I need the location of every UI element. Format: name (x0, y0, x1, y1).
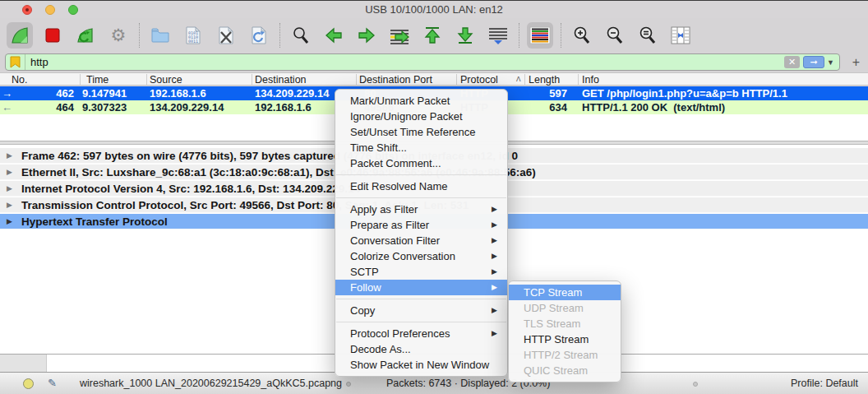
column-divider (524, 74, 525, 85)
bytes-pane-tab[interactable] (0, 355, 47, 372)
menu-item-mark-packet[interactable]: Mark/Unmark Packet (335, 93, 507, 109)
filter-clear-button[interactable]: ✕ (784, 56, 800, 68)
menu-item-conversation-filter[interactable]: Conversation Filter▶ (335, 233, 507, 248)
menu-item-prepare-as-filter[interactable]: Prepare as Filter▶ (335, 217, 507, 233)
zoom-out-button[interactable] (602, 22, 628, 49)
packet-source: 192.168.1.6 (150, 86, 206, 100)
menu-item-follow[interactable]: Follow▶ (335, 280, 507, 295)
submenu-arrow-icon: ▶ (492, 217, 497, 233)
menu-item-colorize-conversation[interactable]: Colorize Conversation▶ (335, 248, 507, 264)
first-packet-button[interactable] (419, 22, 446, 49)
column-header-length[interactable]: Length (529, 74, 560, 86)
packet-no: 462 (0, 86, 74, 100)
reload-document-icon (250, 25, 268, 45)
menu-separator (336, 197, 506, 198)
filter-dropdown-caret-icon[interactable]: ▼ (827, 58, 834, 67)
save-file-button[interactable]: 010101100011 (180, 22, 206, 49)
green-left-arrow-icon (324, 25, 344, 45)
open-file-button[interactable] (147, 22, 173, 49)
folder-icon (150, 25, 170, 45)
column-header-info[interactable]: Info (582, 74, 599, 86)
svg-text:0011: 0011 (188, 39, 198, 44)
expert-info-icon[interactable] (23, 378, 34, 389)
column-divider (578, 74, 579, 85)
menu-item-protocol-preferences[interactable]: Protocol Preferences▶ (335, 326, 507, 341)
submenu-arrow-icon: ▶ (492, 202, 497, 217)
menu-item-decode-as[interactable]: Decode As... (335, 341, 507, 357)
restart-fin-icon (76, 25, 95, 45)
menu-separator (336, 174, 506, 175)
packet-info: HTTP/1.1 200 OK (text/html) (582, 100, 725, 114)
filter-add-button[interactable]: + (852, 55, 860, 70)
capture-filename: wireshark_1000 LAN_20200629215429_aQkKC5… (80, 378, 342, 389)
restart-capture-button[interactable] (72, 22, 99, 49)
green-down-arrow-icon (455, 25, 475, 45)
expander-icon[interactable]: ▶ (7, 214, 12, 229)
column-divider (252, 74, 252, 85)
capture-comment-icon[interactable]: ✎ (48, 377, 61, 390)
next-packet-button[interactable] (353, 22, 380, 49)
submenu-item-tcp-stream[interactable]: TCP Stream (509, 285, 621, 300)
stop-icon (43, 25, 62, 45)
menu-item-packet-comment[interactable]: Packet Comment... (335, 155, 507, 171)
column-divider (146, 74, 147, 85)
submenu-item-http-stream[interactable]: HTTP Stream (509, 331, 621, 347)
column-divider (456, 74, 457, 85)
colorize-lines-icon (529, 25, 551, 45)
expander-icon[interactable]: ▶ (7, 197, 12, 213)
column-divider (80, 74, 81, 85)
close-file-button[interactable] (213, 22, 239, 49)
reload-file-button[interactable] (246, 22, 272, 49)
last-packet-button[interactable] (452, 22, 478, 49)
profile-label[interactable]: Profile: Default (791, 378, 858, 389)
menu-item-copy[interactable]: Copy▶ (335, 303, 507, 318)
column-header-destination[interactable]: Destination (255, 74, 307, 86)
filter-bar: http ✕ ➞ ▼ + (0, 53, 868, 72)
menu-item-show-packet-new-window[interactable]: Show Packet in New Window (335, 357, 507, 373)
colorize-packets-button[interactable] (527, 22, 553, 49)
column-header-no[interactable]: No. (12, 74, 27, 86)
expander-icon[interactable]: ▶ (7, 181, 12, 197)
column-header-source[interactable]: Source (150, 74, 182, 86)
display-filter-input[interactable]: http ✕ ➞ ▼ (5, 53, 840, 71)
submenu-arrow-icon: ▶ (492, 248, 497, 264)
start-capture-button[interactable] (7, 22, 33, 49)
menu-item-sctp[interactable]: SCTP▶ (335, 264, 507, 280)
menu-item-ignore-packet[interactable]: Ignore/Unignore Packet (335, 109, 507, 124)
filter-value[interactable]: http (25, 56, 784, 68)
menu-item-edit-resolved-name[interactable]: Edit Resolved Name (335, 178, 507, 194)
auto-scroll-button[interactable] (485, 22, 511, 49)
filter-apply-button[interactable]: ➞ (803, 56, 824, 68)
menu-item-time-shift[interactable]: Time Shift... (335, 140, 507, 155)
column-header-time[interactable]: Time (86, 74, 108, 86)
find-packet-button[interactable] (288, 22, 314, 49)
submenu-arrow-icon: ▶ (492, 264, 497, 280)
resize-columns-button[interactable] (667, 22, 694, 49)
packet-no: 464 (0, 100, 74, 114)
menu-item-apply-as-filter[interactable]: Apply as Filter▶ (335, 202, 507, 217)
expander-icon[interactable]: ▶ (7, 148, 12, 164)
autoscroll-list-icon (487, 25, 509, 45)
capture-options-button[interactable]: ⚙ (105, 22, 132, 49)
menu-item-time-reference[interactable]: Set/Unset Time Reference (335, 124, 507, 140)
expander-icon[interactable]: ▶ (7, 165, 12, 180)
submenu-arrow-icon: ▶ (492, 280, 497, 295)
previous-packet-button[interactable] (321, 22, 347, 49)
column-header-protocol[interactable]: Protocol (460, 74, 498, 86)
packet-time: 9.307323 (82, 100, 127, 114)
green-up-arrow-icon (422, 25, 442, 45)
filter-bookmark-icon[interactable] (6, 54, 25, 70)
packet-length: 634 (524, 100, 567, 114)
packet-time: 9.147941 (82, 86, 127, 100)
zoom-original-button[interactable] (635, 22, 661, 49)
go-to-packet-button[interactable] (386, 22, 413, 49)
column-header-dst-port[interactable]: Destination Port (359, 74, 432, 86)
magnifier-icon (291, 25, 311, 45)
zoom-in-button[interactable] (569, 22, 595, 49)
stop-capture-button[interactable] (39, 22, 66, 49)
detail-text: Internet Protocol Version 4, Src: 192.16… (21, 181, 360, 197)
close-document-icon (217, 25, 235, 45)
toolbar-separator (561, 23, 561, 48)
packet-info: GET /php/login1.php?u=a&p=b HTTP/1.1 (582, 86, 787, 100)
toolbar-separator (279, 23, 280, 48)
